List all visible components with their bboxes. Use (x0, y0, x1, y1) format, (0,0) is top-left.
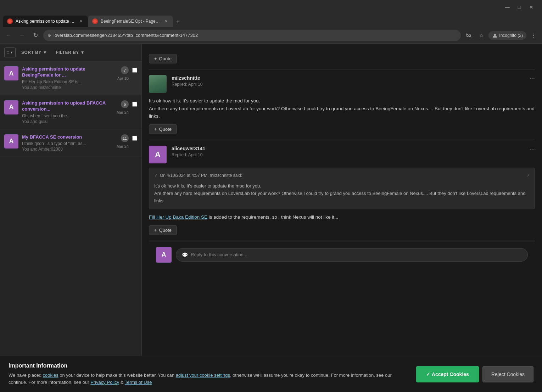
message-date-3: Mar 24 (117, 144, 129, 149)
comment-date-1: Replied: April 10 (172, 82, 524, 87)
quote-button-2[interactable]: + Quote (149, 225, 177, 235)
message-participants-2: You and gullu (22, 119, 113, 124)
message-content-2: Asking permission to upload BFACCA conve… (22, 100, 113, 124)
message-content-1: Asking permission to update BeeingFemale… (22, 66, 114, 90)
message-date-1: Apr 10 (117, 76, 129, 80)
filter-button[interactable]: FILTER BY ▼ (53, 49, 88, 56)
message-preview-3: I think "json" is a typo of "ini", as... (22, 141, 113, 146)
quoted-body-2: It's ok how it is. It's easier to update… (154, 183, 530, 205)
minimize-button[interactable]: ― (502, 2, 512, 12)
message-meta-3: 11 Mar 24 (117, 134, 129, 149)
message-preview-1: Fill Her Up Baka Edition SE is... (22, 79, 114, 84)
tab-2[interactable]: BeeingFemaleSE Opt - Page 5... ✕ (88, 16, 173, 27)
incognito-badge[interactable]: Incognito (2) (488, 31, 526, 40)
tab-close-2[interactable]: ✕ (163, 18, 169, 24)
message-badge-3: 11 (121, 134, 129, 142)
top-quote-row: + Quote (149, 54, 535, 69)
reply-avatar: A (156, 247, 172, 263)
message-checkbox-2[interactable] (132, 102, 137, 107)
quote-check-icon: ✓ (154, 172, 158, 179)
secure-icon: ⚙ (48, 33, 51, 38)
quote-btn-row-1: + Quote (149, 124, 535, 134)
conversation: + Quote milzschnitte Replied: April 10 (142, 44, 542, 274)
quoted-block-2: ✓ On 4/10/2024 at 4:57 PM, milzschnitte … (149, 168, 535, 209)
cookie-title: Important Information (9, 363, 409, 369)
plus-icon-2: + (154, 228, 157, 233)
message-title-3: My BFACCA SE conversion (22, 134, 113, 140)
quote-button-1[interactable]: + Quote (149, 124, 177, 134)
sort-label: SORT BY (21, 50, 41, 55)
privacy-policy-link[interactable]: Privacy Policy (90, 380, 119, 385)
cookie-text-area: Important Information We have placed coo… (9, 363, 409, 386)
message-item-3[interactable]: A My BFACCA SE conversion I think "json"… (0, 129, 141, 157)
message-checkbox-1[interactable] (132, 68, 137, 73)
maximize-button[interactable]: □ (514, 2, 524, 12)
filter-arrow-icon: ▼ (80, 50, 85, 55)
comment-avatar-2: A (149, 146, 167, 163)
quoted-header-2: ✓ On 4/10/2024 at 4:57 PM, milzschnitte … (154, 172, 530, 179)
back-button[interactable]: ← (3, 30, 14, 41)
speech-bubble-icon: 💬 (182, 252, 188, 258)
address-bar-row: ← → ↻ ⚙ loverslab.com/messenger/218465/?… (0, 27, 542, 44)
eye-slash-icon[interactable] (463, 30, 474, 41)
comment-header-1: milzschnitte Replied: April 10 ⋯ (149, 75, 535, 93)
sort-button[interactable]: SORT BY ▼ (18, 49, 50, 56)
incognito-label: Incognito (2) (499, 33, 523, 38)
message-item-1[interactable]: A Asking permission to update BeeingFema… (0, 61, 141, 95)
select-all-checkbox[interactable]: □▼ (4, 47, 16, 57)
comment-username-1: milzschnitte (172, 75, 524, 81)
cookie-banner: Important Information We have placed coo… (0, 356, 542, 392)
new-tab-button[interactable]: + (173, 17, 183, 27)
comment-avatar-1 (149, 75, 167, 93)
tab-favicon-2 (92, 18, 98, 24)
tab-title-2: BeeingFemaleSE Opt - Page 5... (101, 19, 160, 24)
forward-button[interactable]: → (16, 30, 28, 41)
sidebar: □▼ SORT BY ▼ FILTER BY ▼ A Asking permis… (0, 44, 142, 392)
message-participants-1: You and milzschnitte (22, 85, 114, 90)
message-participants-3: You and Amber02000 (22, 147, 113, 152)
comment-menu-1[interactable]: ⋯ (529, 75, 535, 82)
message-checkbox-3[interactable] (132, 136, 137, 141)
window-controls: ― □ ✕ (502, 2, 536, 12)
cookie-body: We have placed cookies on your device to… (9, 372, 409, 386)
reload-button[interactable]: ↻ (30, 30, 41, 41)
comment-body-2: ✓ On 4/10/2024 at 4:57 PM, milzschnitte … (149, 168, 535, 221)
url-text: loverslab.com/messenger/218465/?tab=comm… (54, 33, 457, 38)
title-bar: ― □ ✕ (0, 0, 542, 14)
message-item-2[interactable]: A Asking permission to upload BFACCA con… (0, 95, 141, 129)
address-bar[interactable]: ⚙ loverslab.com/messenger/218465/?tab=co… (43, 30, 461, 41)
top-quote-button[interactable]: + Quote (149, 54, 177, 63)
menu-button[interactable]: ⋮ (528, 30, 539, 41)
comment-block-2: A aliceqwer3141 Replied: April 10 ⋯ (149, 140, 535, 241)
comment-menu-2[interactable]: ⋯ (529, 146, 535, 152)
tab-active[interactable]: Asking permission to update Be ✕ (3, 16, 88, 27)
terms-of-use-link[interactable]: Terms of Use (125, 380, 152, 385)
bookmark-button[interactable]: ☆ (476, 30, 487, 41)
avatar-2: A (4, 100, 18, 114)
quote-btn-row-2: + Quote (149, 225, 535, 235)
comment-username-2: aliceqwer3141 (172, 146, 524, 151)
comment-meta-2: aliceqwer3141 Replied: April 10 (172, 146, 524, 157)
cookies-link[interactable]: cookies (43, 373, 58, 378)
adjust-cookies-link[interactable]: adjust your cookie settings (176, 373, 230, 378)
fill-her-up-link[interactable]: Fill Her Up Baka Edition SE (149, 214, 207, 220)
avatar-1: A (4, 66, 18, 80)
sort-arrow-icon: ▼ (43, 50, 47, 55)
tab-favicon-1 (7, 18, 13, 24)
comment-date-2: Replied: April 10 (172, 152, 524, 157)
tab-close-1[interactable]: ✕ (78, 18, 84, 24)
tabs-bar: Asking permission to update Be ✕ BeeingF… (0, 14, 542, 27)
sidebar-toolbar: □▼ SORT BY ▼ FILTER BY ▼ (0, 44, 141, 61)
reply-input[interactable]: 💬 Reply to this conversation... (176, 248, 528, 262)
accept-cookies-button[interactable]: ✓ Accept Cookies (416, 366, 479, 382)
close-window-button[interactable]: ✕ (526, 2, 536, 12)
filter-label: FILTER BY (56, 50, 79, 55)
reject-cookies-button[interactable]: Reject Cookies (482, 366, 533, 382)
reply-area: A 💬 Reply to this conversation... (149, 241, 535, 268)
comment-body-1: It's ok how it is. It's easier to update… (149, 97, 535, 120)
cookie-buttons: ✓ Accept Cookies Reject Cookies (416, 366, 533, 382)
comment-header-2: A aliceqwer3141 Replied: April 10 ⋯ (149, 146, 535, 163)
main-layout: □▼ SORT BY ▼ FILTER BY ▼ A Asking permis… (0, 44, 542, 392)
browser-chrome: ― □ ✕ Asking permission to update Be ✕ B… (0, 0, 542, 44)
messages-list: A Asking permission to update BeeingFema… (0, 61, 141, 364)
